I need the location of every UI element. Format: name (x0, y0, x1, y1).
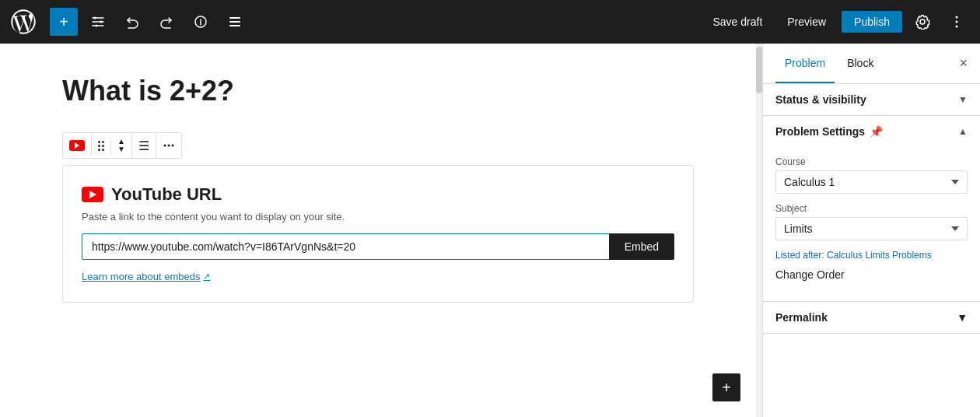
main-toolbar: + Save draft Preview Publish (0, 0, 980, 44)
tools-button[interactable] (84, 8, 112, 36)
course-select[interactable]: Calculus 1 Calculus 2 Algebra Geometry (775, 170, 968, 194)
redo-button[interactable] (152, 8, 180, 36)
subject-select[interactable]: Limits Derivatives Integrals (775, 217, 968, 240)
editor-area: What is 2+2? ▲ ▼ (0, 44, 756, 417)
publish-button[interactable]: Publish (842, 11, 902, 33)
drag-dots-icon (98, 141, 104, 151)
post-title[interactable]: What is 2+2? (62, 75, 694, 107)
chevron-up-icon: ▲ (958, 126, 968, 137)
subject-label: Subject (775, 203, 968, 214)
embed-description: Paste a link to the content you want to … (82, 211, 674, 223)
list-view-button[interactable] (221, 8, 249, 36)
svg-rect-5 (229, 21, 240, 23)
preview-button[interactable]: Preview (778, 11, 835, 33)
youtube-url-input[interactable] (82, 233, 609, 260)
undo-button[interactable] (118, 8, 146, 36)
svg-point-9 (956, 26, 958, 28)
permalink-chevron-icon: ▼ (957, 311, 968, 324)
svg-point-10 (163, 145, 166, 147)
more-block-options-button[interactable] (156, 135, 181, 156)
course-label: Course (775, 156, 968, 167)
svg-point-7 (956, 16, 958, 19)
status-visibility-section: Status & visibility ▼ (763, 84, 980, 116)
right-panel: Problem Block × Status & visibility ▼ Pr… (762, 44, 980, 417)
svg-rect-6 (229, 25, 240, 26)
change-order-button[interactable]: Change Order (775, 261, 845, 289)
learn-more-link[interactable]: Learn more about embeds ↗ (82, 271, 210, 282)
svg-point-8 (956, 21, 958, 23)
more-options-button[interactable] (943, 8, 971, 36)
svg-point-12 (171, 145, 173, 147)
editor-scrollbar[interactable] (756, 44, 762, 417)
block-type-icon[interactable] (63, 135, 92, 156)
listed-after-text: Listed after: Calculus Limits Problems (775, 250, 968, 261)
permalink-header[interactable]: Permalink ▼ (763, 302, 980, 333)
tab-problem[interactable]: Problem (775, 44, 835, 83)
embed-block-title: YouTube URL (111, 184, 222, 205)
main-layout: What is 2+2? ▲ ▼ (0, 44, 980, 417)
youtube-icon (69, 140, 85, 151)
add-block-bottom-button[interactable]: + (712, 373, 740, 401)
wp-logo[interactable] (9, 8, 37, 36)
ellipsis-icon (163, 139, 175, 152)
settings-button[interactable] (908, 8, 936, 36)
svg-rect-4 (229, 17, 240, 19)
align-button[interactable]: ☰ (132, 134, 156, 158)
embed-button[interactable]: Embed (609, 233, 674, 260)
drag-handle[interactable] (92, 136, 111, 156)
panel-tabs: Problem Block × (763, 44, 980, 84)
problem-settings-section: Problem Settings 📌 ▲ Course Calculus 1 C… (763, 116, 980, 302)
tab-block[interactable]: Block (838, 44, 883, 83)
embed-block-header: YouTube URL (82, 184, 674, 205)
align-icon: ☰ (138, 138, 149, 153)
scrollbar-thumb (756, 47, 762, 93)
embed-input-row: Embed (82, 233, 674, 260)
status-visibility-header[interactable]: Status & visibility ▼ (763, 84, 980, 115)
move-up-down-control[interactable]: ▲ ▼ (111, 133, 132, 158)
youtube-embed-block: YouTube URL Paste a link to the content … (62, 165, 694, 303)
problem-settings-body: Course Calculus 1 Calculus 2 Algebra Geo… (763, 156, 980, 301)
problem-settings-header[interactable]: Problem Settings 📌 ▲ (763, 116, 980, 147)
arrow-updown-icon: ▲ ▼ (117, 138, 125, 153)
details-button[interactable] (187, 8, 215, 36)
svg-point-11 (167, 145, 170, 147)
svg-point-0 (94, 17, 96, 19)
youtube-icon-large (82, 187, 103, 202)
svg-point-1 (100, 21, 103, 23)
svg-point-2 (96, 25, 98, 27)
pin-icon: 📌 (870, 125, 883, 138)
add-block-button[interactable]: + (50, 8, 78, 36)
panel-close-button[interactable]: × (959, 55, 968, 72)
save-draft-button[interactable]: Save draft (703, 11, 772, 33)
block-toolbar: ▲ ▼ ☰ (62, 132, 182, 159)
external-link-icon: ↗ (203, 272, 210, 282)
permalink-section: Permalink ▼ (763, 302, 980, 334)
chevron-down-icon: ▼ (958, 94, 968, 105)
